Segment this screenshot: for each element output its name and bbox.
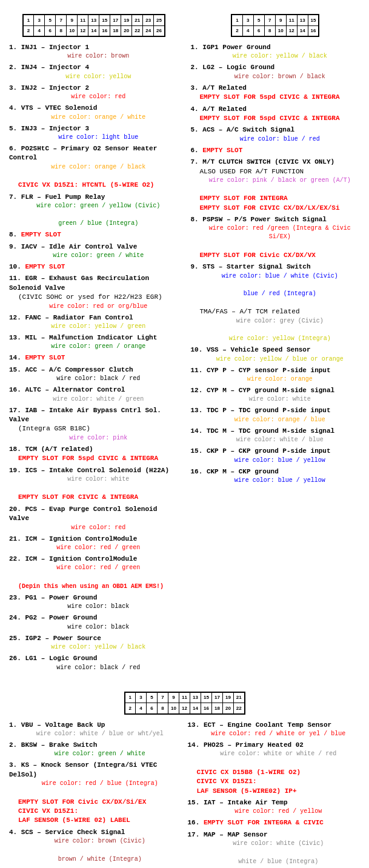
connector-b-section: 13579111315 246810121416 1. IGP1 Power G… [188, 6, 364, 678]
wire-color: wire color: orange / black [9, 163, 179, 172]
list-item: 6. PO2SHtC – Primary O2 Sensor Heater Co… [9, 144, 179, 190]
wire-color: wire color: pink / black or green (A/T) [191, 176, 361, 185]
pin-cell: 14 [297, 25, 308, 36]
wire-color-2: brown / white (Integra) [9, 855, 182, 864]
pin-cell: 18 [212, 703, 223, 714]
item-number: 11. [9, 275, 21, 282]
wire-color: wire color: red / green [9, 564, 179, 572]
wire-color: wire color: black [9, 603, 179, 611]
list-item: 10. VSS – Vehicle Speed Sensorwire color… [191, 346, 361, 363]
wire-color: wire color: pink [9, 434, 179, 442]
pin-cell: 14 [88, 25, 99, 36]
list-item: 14. TDC M – TDC ground M-side signalwire… [191, 427, 361, 444]
pin-cell: 3 [34, 15, 45, 25]
item-name: IAB – Intake Air Bypass Cntrl Sol. Valve [9, 407, 161, 423]
item-number: 14. [188, 741, 200, 749]
connector-d-right-col: 13. ECT – Engine Coolant Temp Sensorwire… [188, 721, 361, 868]
list-item: 21. ICM – Ignition ControlModulewire col… [9, 535, 179, 552]
item-number: 6. [9, 145, 17, 152]
wire-color: wire color: brown (Civic) [9, 837, 182, 846]
item-number: 25. [9, 635, 21, 642]
list-item: 13. TDC P – TDC ground P-side inputwire … [191, 406, 361, 424]
list-item: 13. ECT – Engine Coolant Temp Sensorwire… [188, 721, 361, 738]
item-number: 4. [9, 104, 17, 112]
connectors-ab-row: 135791113151719212325 246810121416182022… [6, 6, 363, 678]
wire-color: wire color: green / white [9, 750, 182, 758]
list-item: 9. IACV – Idle Air Control Valvewire col… [9, 242, 179, 260]
wire-color: wire color: red / green [9, 544, 179, 552]
item-number: 17. [188, 831, 200, 838]
pin-cell: 2 [125, 703, 136, 714]
connector-d-section: 13579111315171921 246810121416182022 1. … [6, 684, 363, 868]
list-item: 13. MIL – Malfunction Indicator Lightwir… [9, 333, 179, 351]
wire-color: wire color: red /green (Integra & Civic … [191, 224, 361, 241]
pin-cell: 1 [23, 15, 34, 25]
list-item: 2. INJ4 – Injector 4wire color: yellow [9, 63, 179, 81]
wire-color: wire color: green / orange [9, 342, 179, 351]
item-number: 15. [188, 799, 200, 806]
list-item: 8. PSPSW – P/S Power Switch Signalwire c… [191, 215, 361, 260]
pin-cell: 15 [201, 692, 212, 703]
item-number: 26. [9, 655, 21, 662]
wire-color: wire color: blue / white (Civic) [191, 272, 361, 281]
connector-d-pin-table: 13579111315171921 246810121416182022 [124, 692, 245, 715]
list-item: 14. PHO2S – Primary Heated 02wire color:… [188, 741, 361, 796]
list-item: 22. ICM – Ignition ControlModulewire col… [9, 555, 179, 591]
pin-cell: 11 [179, 692, 190, 703]
wire-color: wire color: red / yellow [188, 807, 361, 816]
empty-slot-label: EMPTY SLOT [202, 147, 242, 154]
pin-cell: 3 [242, 15, 253, 25]
item-name: VBU – Voltage Back Up [21, 721, 105, 729]
empty-slot-label: EMPTY SLOT FOR INTEGRA & CIVIC [204, 819, 324, 826]
list-item: 11. CYP P – CYP sensor P-side inputwire … [191, 366, 361, 384]
list-item: 15. CKP P – CKP ground P-side inputwire … [191, 447, 361, 464]
pin-cell: 16 [308, 25, 319, 36]
pin-cell: 12 [78, 25, 88, 36]
pin-cell: 10 [275, 25, 286, 36]
item-number: 5. [191, 126, 199, 133]
wire-color: wire color: blue / yellow [191, 476, 361, 485]
item-sub: (CIVIC SOHC or ysed for H22/H23 EGR) [9, 293, 162, 301]
pin-cell: 15 [308, 15, 319, 25]
item-number: 21. [9, 535, 21, 542]
wire-color: wire color: blue / yellow [191, 456, 361, 465]
item-number: 8. [9, 231, 17, 238]
item-number: 1. [191, 44, 199, 51]
item-name: KS – Knock Sensor (Integra/Si VTEC DelSo… [9, 761, 157, 778]
list-item: 14. EMPTY SLOT [9, 353, 179, 362]
wire-color: wire color: yellow [9, 73, 179, 81]
item-number: 24. [9, 614, 21, 621]
connector-d-pin-grid-wrapper: 13579111315171921 246810121416182022 [9, 692, 360, 715]
pin-cell: 12 [179, 703, 190, 714]
wire-color: wire color: yellow / black [9, 643, 179, 652]
item-number: 6. [191, 147, 199, 154]
item-name: PCS – Evap Purge Control Solenoid Valve [9, 506, 157, 522]
item-name: SCS – Service Check Signal [21, 829, 125, 836]
item-number: 4. [9, 829, 17, 836]
item-extra: EMPTY SLOT FOR 5spd CIVIC & INTEGRA [191, 93, 340, 101]
item-name: MAP – MAP Sensor [204, 831, 268, 838]
list-item: 15. ACC – A/C Compressor Clutchwire colo… [9, 366, 179, 383]
pin-cell: 2 [231, 25, 242, 36]
item-name: PO2SHtC – Primary O2 Sensor Heater Contr… [9, 145, 157, 161]
list-item: 16. EMPTY SLOT FOR INTEGRA & CIVIC [188, 818, 361, 827]
pin-cell: 4 [242, 25, 253, 36]
pin-cell: 18 [110, 25, 121, 36]
item-name: PHO2S – Primary Heated 02 [204, 741, 304, 749]
connector-b-list: 1. IGP1 Power Groundwire color: yellow /… [191, 43, 361, 485]
item-number: 5. [9, 125, 17, 132]
connector-d-left-col: 1. VBU – Voltage Back Upwire color: whit… [9, 721, 182, 868]
item-number: 16. [9, 386, 21, 393]
item-number: 3. [9, 84, 17, 92]
wire-color: wire color: red / blue (Integra) [9, 780, 182, 788]
list-item: 12. FANC – Radiator Fan Controlwire colo… [9, 313, 179, 331]
item-name: TDC P – TDC ground P-side input [207, 407, 331, 414]
wire-color-3: wire color: grey (Civic) [191, 317, 361, 326]
list-item: 16. ALTC – Alternator Controlwire color:… [9, 386, 179, 403]
pin-cell: 14 [190, 703, 201, 714]
connector-a-pin-grid-wrapper: 135791113151719212325 246810121416182022… [9, 14, 179, 37]
pin-cell: 26 [154, 25, 165, 36]
pin-cell: 24 [143, 25, 154, 36]
list-item: 10. EMPTY SLOT [9, 262, 179, 272]
item-number: 14. [9, 354, 21, 361]
